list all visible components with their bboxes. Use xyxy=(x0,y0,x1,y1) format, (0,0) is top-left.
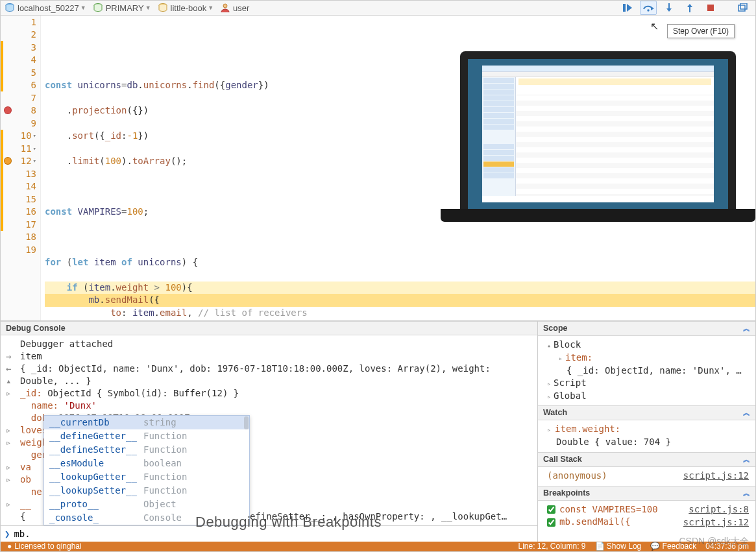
svg-marker-11 xyxy=(687,4,692,7)
promo-laptop: Free Edition xyxy=(460,51,736,217)
server-selector[interactable]: localhost_50227▼ xyxy=(5,3,86,13)
breakpoints-head[interactable]: Breakpoints︽ xyxy=(538,486,755,501)
continue-button[interactable] xyxy=(619,1,636,15)
chevron-down-icon: ▼ xyxy=(145,5,151,11)
gutter: 1 2 3 4 5 6 7 8 9 10▾ 11▾ 12▾ 13 14 15 1… xyxy=(1,16,41,320)
svg-marker-5 xyxy=(627,4,632,12)
promo-app-window: Free Edition xyxy=(482,66,714,202)
breakpoint-row[interactable]: const VAMPIRES=100script.js:8 xyxy=(547,503,749,516)
autocomplete-popup[interactable]: __currentDbstring __defineGetter__Functi… xyxy=(43,415,250,525)
watch-head[interactable]: Watch︽ xyxy=(538,405,755,420)
svg-rect-4 xyxy=(623,4,626,12)
show-log-button[interactable]: 📄 Show Log xyxy=(595,542,642,551)
watch-panel[interactable]: ▹ item.weight: Double { value: 704 } xyxy=(538,420,755,452)
db-selector[interactable]: little-book▼ xyxy=(158,3,214,13)
collapse-icon[interactable]: ︽ xyxy=(743,488,750,498)
callstack-panel[interactable]: (anonymous)script.js:12 xyxy=(538,467,755,486)
role-selector[interactable]: PRIMARY▼ xyxy=(93,3,151,13)
database-icon xyxy=(158,3,168,13)
ac-option[interactable]: __currentDbstring xyxy=(44,416,249,429)
bp-checkbox[interactable] xyxy=(547,505,555,514)
ac-option[interactable]: __defineSetter__Function xyxy=(44,443,249,457)
status-bar: ●Licensed to qinghai Line: 12, Column: 9… xyxy=(1,542,755,551)
breakpoint-row[interactable]: mb.sendMail({script.js:12 xyxy=(547,516,749,529)
clock: 04:37:36 pm xyxy=(705,542,749,551)
svg-marker-9 xyxy=(666,8,672,12)
step-into-button[interactable] xyxy=(661,1,677,15)
server-icon xyxy=(5,3,15,13)
collapse-icon[interactable]: ︽ xyxy=(743,408,750,418)
debug-console[interactable]: Debugger attached →item ← ▴{ _id: Object… xyxy=(1,335,537,525)
feedback-button[interactable]: 💬 Feedback xyxy=(650,542,696,551)
breakpoint-marker[interactable] xyxy=(5,158,11,164)
ac-option[interactable]: __defineGetter__Function xyxy=(44,429,249,443)
svg-rect-12 xyxy=(707,5,714,11)
ac-option[interactable]: __lookupGetter__Function xyxy=(44,470,249,484)
callstack-head[interactable]: Call Stack︽ xyxy=(538,452,755,467)
ac-option[interactable]: __lookupSetter__Function xyxy=(44,484,249,498)
scrollbar-thumb[interactable] xyxy=(244,416,249,429)
ac-option[interactable]: __proto__Object xyxy=(44,498,249,511)
user-icon xyxy=(220,3,230,13)
primary-icon xyxy=(93,3,103,13)
prompt-icon: ❯ xyxy=(5,529,10,539)
debug-console-head: Debug Console xyxy=(1,321,537,335)
svg-rect-13 xyxy=(738,5,745,11)
breakpoint-marker[interactable] xyxy=(5,107,11,114)
code-editor[interactable]: 1 2 3 4 5 6 7 8 9 10▾ 11▾ 12▾ 13 14 15 1… xyxy=(1,16,755,321)
collapse-icon[interactable]: ︽ xyxy=(743,455,750,464)
svg-point-3 xyxy=(223,4,227,8)
license-label: Licensed to qinghai xyxy=(14,542,81,551)
scope-panel[interactable]: ▴Block ▹item: { _id: ObjectId, name: 'Du… xyxy=(538,336,755,405)
bp-checkbox[interactable] xyxy=(547,518,555,527)
top-toolbar: localhost_50227▼ PRIMARY▼ little-book▼ u… xyxy=(1,1,755,16)
collapse-icon[interactable]: ︽ xyxy=(743,324,750,333)
svg-marker-6 xyxy=(651,6,654,10)
background-caption: Debugging with Breakpoints xyxy=(195,514,382,531)
user-label: user xyxy=(220,3,249,13)
scope-head[interactable]: Scope︽ xyxy=(538,321,755,336)
step-out-button[interactable] xyxy=(681,1,698,15)
restore-window-button[interactable] xyxy=(735,1,751,15)
dot-icon: ● xyxy=(7,542,12,551)
step-over-button[interactable] xyxy=(640,1,657,15)
chevron-down-icon: ▼ xyxy=(80,5,86,11)
stop-button[interactable] xyxy=(702,1,719,15)
breakpoints-panel[interactable]: const VAMPIRES=100script.js:8 mb.sendMai… xyxy=(538,501,755,533)
svg-point-7 xyxy=(647,9,649,11)
svg-rect-14 xyxy=(740,3,747,9)
chevron-down-icon: ▼ xyxy=(208,5,213,11)
ac-option[interactable]: __esModuleboolean xyxy=(44,457,249,470)
cursor-position: Line: 12, Column: 9 xyxy=(518,542,585,551)
